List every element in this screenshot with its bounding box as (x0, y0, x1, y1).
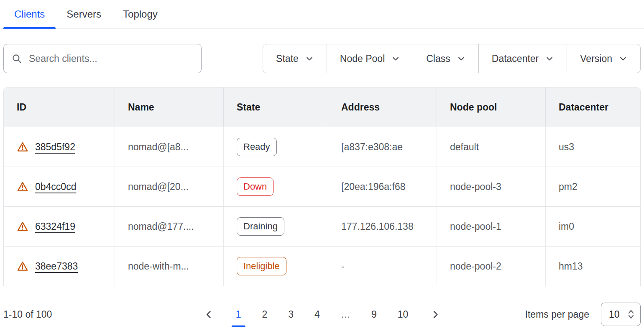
state-badge: Draining (237, 217, 284, 236)
chevron-right-icon (430, 310, 440, 319)
warning-icon (17, 221, 28, 232)
filter-state[interactable]: State (263, 44, 327, 73)
column-header-datacenter[interactable]: Datacenter (545, 87, 640, 127)
filter-state-label: State (276, 53, 299, 64)
filter-group: State Node Pool Class Datacenter Version (263, 44, 641, 73)
filter-datacenter-label: Datacenter (492, 53, 539, 64)
items-per-page: Items per page 10 (525, 303, 641, 326)
client-address-cell: [a837:e308:ae (328, 127, 437, 167)
table-footer: 1-10 of 100 1 2 3 4 … 9 10 Items per pag… (3, 302, 641, 327)
results-summary: 1-10 of 100 (3, 309, 52, 320)
items-per-page-select[interactable]: 10 (601, 303, 641, 326)
column-header-node-pool[interactable]: Node pool (437, 87, 545, 127)
client-node-pool-cell: default (437, 127, 545, 167)
next-page-button[interactable] (424, 310, 446, 319)
client-id-link[interactable]: 385d5f92 (35, 141, 75, 153)
client-name-cell: nomad@[a8... (115, 127, 223, 167)
client-state-cell: Ready (223, 127, 328, 167)
client-node-pool-cell: node-pool-2 (437, 246, 545, 286)
client-name-cell: nomad@[20... (115, 167, 223, 206)
previous-page-button[interactable] (198, 310, 220, 319)
column-header-id[interactable]: ID (4, 87, 115, 127)
client-node-pool-cell: node-pool-3 (437, 167, 545, 206)
client-id-cell: 63324f19 (4, 206, 115, 246)
filter-version-label: Version (580, 53, 612, 64)
client-name-cell: nomad@177.... (115, 206, 223, 246)
page-button-10[interactable]: 10 (392, 309, 414, 320)
client-datacenter-cell: im0 (545, 206, 640, 246)
chevron-down-icon (391, 54, 400, 63)
page-ellipsis: … (335, 309, 356, 320)
search-input[interactable] (28, 53, 194, 65)
client-address-cell: 177.126.106.138 (328, 206, 437, 246)
clients-table: ID Name State Address Node pool Datacent… (3, 87, 641, 286)
page-button-9[interactable]: 9 (366, 309, 382, 320)
client-name-cell: node-with-m... (115, 246, 223, 286)
filter-node-pool[interactable]: Node Pool (327, 44, 413, 73)
column-header-name[interactable]: Name (115, 87, 223, 127)
search-box[interactable] (3, 44, 202, 73)
chevron-down-icon (457, 54, 465, 63)
column-header-address[interactable]: Address (328, 87, 437, 127)
state-badge: Ineligible (237, 257, 286, 275)
page-button-4[interactable]: 4 (309, 309, 325, 320)
warning-icon (17, 141, 28, 153)
page-button-1[interactable]: 1 (230, 309, 247, 320)
chevron-down-icon (305, 54, 314, 63)
up-down-chevron-icon (627, 309, 635, 320)
client-id-cell: 0b4cc0cd (4, 167, 115, 206)
client-address-cell: [20ea:196a:f68 (328, 167, 437, 206)
client-id-cell: 385d5f92 (4, 127, 115, 167)
client-id-link[interactable]: 0b4cc0cd (35, 181, 76, 193)
warning-icon (17, 260, 28, 272)
warning-icon (17, 181, 28, 193)
client-datacenter-cell: hm13 (545, 246, 640, 286)
client-state-cell: Ineligible (223, 246, 328, 286)
client-state-cell: Draining (223, 206, 328, 246)
client-id-link[interactable]: 63324f19 (35, 221, 75, 232)
client-datacenter-cell: us3 (545, 127, 640, 167)
filter-version[interactable]: Version (567, 44, 640, 73)
client-datacenter-cell: pm2 (545, 167, 640, 206)
controls-row: State Node Pool Class Datacenter Version (3, 44, 641, 73)
page-button-2[interactable]: 2 (257, 309, 273, 320)
search-icon (11, 53, 22, 64)
tab-topology[interactable]: Toplogy (112, 0, 169, 28)
filter-class[interactable]: Class (413, 44, 478, 73)
tab-bar: Clients Servers Toplogy (0, 0, 644, 29)
column-header-state[interactable]: State (223, 87, 328, 127)
tab-clients[interactable]: Clients (3, 0, 56, 28)
chevron-left-icon (204, 310, 214, 319)
client-id-cell: 38ee7383 (4, 246, 115, 286)
filter-class-label: Class (426, 53, 450, 64)
client-state-cell: Down (223, 167, 328, 206)
filter-node-pool-label: Node Pool (340, 53, 385, 64)
pagination: 1 2 3 4 … 9 10 (198, 309, 447, 320)
items-per-page-label: Items per page (525, 309, 589, 320)
items-per-page-value: 10 (609, 309, 620, 320)
client-id-link[interactable]: 38ee7383 (35, 261, 78, 272)
state-badge: Down (237, 177, 273, 196)
client-address-cell: - (328, 246, 437, 286)
client-node-pool-cell: node-pool-1 (437, 206, 545, 246)
state-badge: Ready (237, 138, 277, 156)
chevron-down-icon (545, 54, 554, 63)
page-button-3[interactable]: 3 (283, 309, 299, 320)
filter-datacenter[interactable]: Datacenter (478, 44, 567, 73)
tab-servers[interactable]: Servers (56, 0, 112, 28)
chevron-down-icon (619, 54, 627, 63)
